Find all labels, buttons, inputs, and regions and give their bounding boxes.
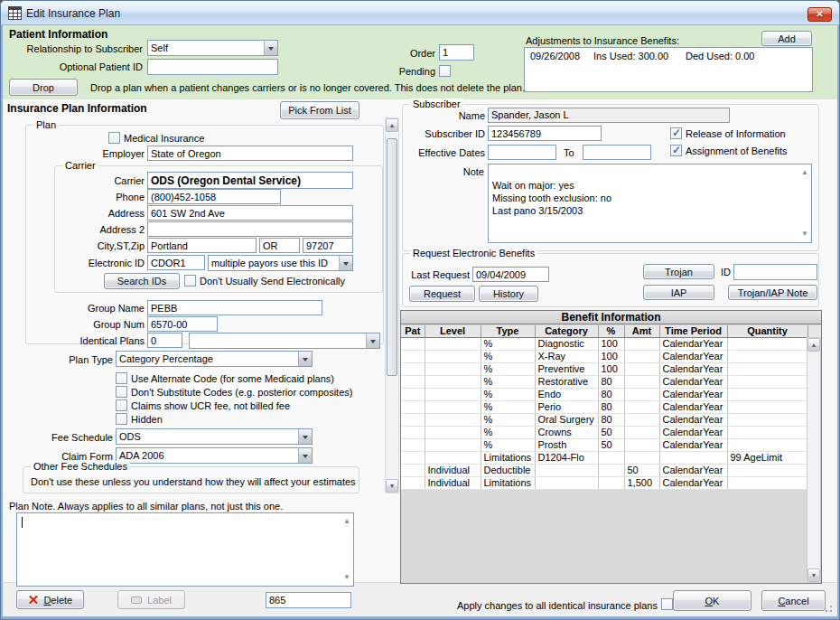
adjustments-listbox[interactable]: 09/26/2008 Ins Used: 300.00 Ded Used: 0.… [524, 47, 813, 92]
benefit-row[interactable]: %Perio80CalendarYear [401, 400, 807, 413]
cancel-button[interactable]: Cancel [761, 590, 826, 611]
payor-combo[interactable]: multiple payors use this ID [208, 255, 353, 271]
trojan-iap-note-button[interactable]: Trojan/IAP Note [728, 285, 817, 300]
benefit-grid-scrollbar[interactable]: ▲ ▼ [807, 337, 821, 583]
identical-plans-combo-value [190, 333, 366, 348]
chevron-down-icon[interactable] [298, 429, 312, 444]
pending-checkbox[interactable] [439, 65, 451, 77]
dont-send-checkbox[interactable] [184, 275, 196, 287]
relationship-combo[interactable]: Self [147, 40, 278, 56]
patient-information-section: Patient Information Relationship to Subs… [3, 25, 837, 99]
benefit-column-header: Category [535, 325, 598, 337]
pick-from-list-button[interactable]: Pick From List [280, 101, 359, 119]
hidden-checkbox[interactable] [116, 413, 127, 425]
optional-patient-id-field[interactable] [147, 59, 278, 75]
title-bar[interactable]: Edit Insurance Plan ✕ [1, 1, 839, 25]
iap-button[interactable]: IAP [643, 285, 714, 300]
scroll-down-icon[interactable]: ▼ [342, 571, 351, 584]
benefit-row[interactable]: LimitationsD1204-Flo99 AgeLimit [401, 451, 807, 464]
scroll-up-icon[interactable]: ▲ [342, 515, 351, 528]
chevron-down-icon[interactable] [264, 41, 277, 55]
group-num-field[interactable] [147, 316, 218, 332]
order-field[interactable] [439, 44, 474, 61]
fee-schedule-label: Fee Schedule [3, 431, 113, 444]
chevron-down-icon[interactable] [339, 256, 352, 270]
label-button[interactable]: Label [117, 590, 185, 609]
plan-num-field[interactable] [266, 592, 351, 608]
delete-button[interactable]: ✕ Delete [16, 590, 84, 609]
group-name-label: Group Name [18, 302, 145, 315]
state-field[interactable] [259, 238, 300, 253]
chevron-down-icon[interactable] [298, 448, 312, 463]
effective-from-field[interactable] [488, 145, 556, 160]
release-of-information-checkbox[interactable] [670, 127, 682, 139]
benefit-row[interactable]: IndividualLimitations1,500CalendarYear [401, 476, 807, 489]
subscriber-id-field[interactable] [488, 126, 602, 141]
scroll-down-icon[interactable]: ▼ [807, 568, 820, 582]
assignment-of-benefits-checkbox[interactable] [670, 145, 682, 156]
carrier-field[interactable] [147, 172, 353, 189]
left-panel-scrollbar[interactable]: ▲ ▼ [385, 117, 399, 493]
last-request-field[interactable] [472, 267, 549, 282]
drop-button[interactable]: Drop [9, 79, 78, 96]
benefit-row[interactable]: %Oral Surgery80CalendarYear [401, 413, 807, 426]
scroll-down-icon[interactable]: ▼ [386, 479, 398, 493]
trojan-button[interactable]: Trojan [643, 264, 714, 279]
chevron-down-icon[interactable] [366, 333, 379, 348]
benefit-row[interactable]: %Prosth50CalendarYear [401, 438, 807, 451]
effective-to-field[interactable] [583, 145, 651, 160]
benefit-information-grid: Benefit Information PatLevelTypeCategory… [400, 310, 822, 584]
claims-ucr-checkbox[interactable] [116, 399, 127, 411]
grid-app-icon [8, 6, 22, 20]
history-button[interactable]: History [479, 286, 538, 302]
benefit-row[interactable]: %Endo80CalendarYear [401, 388, 807, 400]
scroll-up-icon[interactable]: ▲ [807, 338, 820, 352]
benefit-column-header: Amt [624, 325, 659, 337]
dont-substitute-checkbox[interactable] [116, 386, 127, 398]
trojan-id-field[interactable] [733, 264, 817, 280]
benefit-row[interactable]: %X-Ray100CalendarYear [401, 350, 807, 362]
zip-field[interactable] [303, 238, 353, 253]
benefit-grid-title: Benefit Information [401, 311, 821, 324]
search-ids-button[interactable]: Search IDs [104, 273, 180, 289]
request-button[interactable]: Request [409, 286, 475, 302]
address-field[interactable] [147, 205, 353, 221]
benefit-row[interactable]: IndividualDeductible50CalendarYear [401, 464, 807, 476]
insurance-plan-information-title: Insurance Plan Information [7, 102, 147, 115]
phone-label: Phone [18, 191, 145, 203]
text-caret [22, 517, 23, 528]
adjustment-entry[interactable]: 09/26/2008 Ins Used: 300.00 Ded Used: 0.… [525, 48, 812, 62]
scroll-up-icon[interactable]: ▲ [800, 166, 809, 179]
resize-grip[interactable] [824, 604, 833, 613]
chevron-down-icon[interactable] [298, 352, 312, 366]
fee-schedule-combo[interactable]: ODS [116, 428, 313, 445]
use-alternate-checkbox[interactable] [116, 372, 127, 384]
apply-changes-checkbox[interactable] [661, 598, 673, 610]
identical-plans-field[interactable] [147, 333, 182, 348]
benefit-row[interactable]: %Preventive100CalendarYear [401, 362, 807, 375]
plan-type-value: Category Percentage [117, 352, 298, 366]
phone-field[interactable] [147, 189, 281, 204]
electronic-id-field[interactable] [147, 255, 205, 270]
close-button[interactable]: ✕ [807, 7, 832, 22]
group-name-field[interactable] [147, 300, 322, 315]
claim-form-combo[interactable]: ADA 2006 [116, 447, 313, 464]
add-adjustment-button[interactable]: Add [761, 31, 812, 46]
ok-button[interactable]: OK [673, 590, 751, 611]
benefit-row[interactable]: %Restorative80CalendarYear [401, 375, 807, 388]
plan-note-textarea[interactable]: ▲ ▼ [16, 512, 354, 587]
medical-insurance-checkbox[interactable] [108, 132, 120, 144]
cancel-button-label: Cancel [778, 596, 808, 606]
scroll-down-icon[interactable]: ▼ [800, 228, 809, 240]
benefit-row[interactable]: %Diagnostic100CalendarYear [401, 337, 807, 350]
benefit-table-header-row: PatLevelTypeCategory%AmtTime PeriodQuant… [401, 325, 807, 337]
effective-dates-label: Effective Dates [375, 146, 485, 159]
subscriber-note-textarea[interactable]: Wait on major: yes Missing tooth exclusi… [488, 164, 812, 243]
city-field[interactable] [147, 238, 257, 253]
address2-field[interactable] [147, 221, 353, 237]
identical-plans-combo[interactable] [189, 333, 380, 349]
scrollbar-thumb[interactable] [387, 138, 397, 376]
benefit-row[interactable]: %Crowns50CalendarYear [401, 426, 807, 438]
plan-type-combo[interactable]: Category Percentage [116, 351, 313, 367]
employer-field[interactable] [147, 146, 353, 161]
